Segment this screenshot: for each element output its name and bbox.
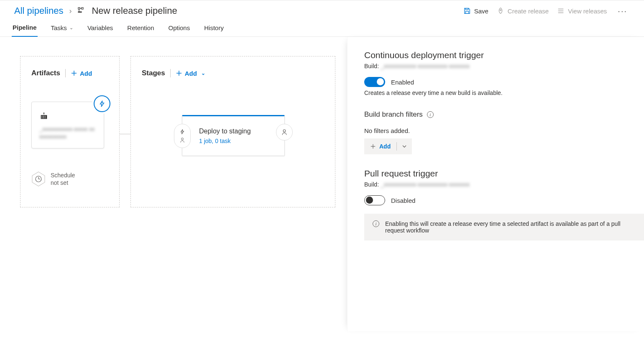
info-icon: i bbox=[373, 220, 379, 227]
svg-rect-1 bbox=[82, 8, 83, 9]
artifacts-box: Artifacts Add bbox=[20, 56, 120, 207]
divider bbox=[65, 69, 66, 77]
branch-filters-heading: Build branch filters i bbox=[364, 110, 644, 119]
svg-rect-19 bbox=[45, 118, 46, 118]
view-releases-button: View releases bbox=[557, 7, 607, 15]
svg-rect-5 bbox=[465, 8, 468, 10]
svg-rect-16 bbox=[45, 116, 46, 117]
chevron-right-icon: › bbox=[69, 7, 72, 15]
add-filter-dropdown[interactable] bbox=[397, 144, 412, 149]
svg-rect-17 bbox=[42, 118, 43, 118]
svg-rect-13 bbox=[41, 115, 47, 119]
cd-enabled-label: Enabled bbox=[391, 79, 414, 86]
pipeline-icon bbox=[77, 7, 86, 15]
cd-trigger-title: Continuous deployment trigger bbox=[364, 50, 644, 60]
pr-notice-text: Enabling this will create a release ever… bbox=[385, 220, 636, 234]
svg-rect-4 bbox=[78, 12, 82, 13]
add-artifact-button[interactable]: Add bbox=[71, 70, 92, 77]
stages-title: Stages bbox=[142, 69, 165, 77]
pre-deployment-conditions-button[interactable] bbox=[174, 124, 191, 148]
add-artifact-label: Add bbox=[80, 70, 92, 77]
pipeline-canvas: Artifacts Add bbox=[0, 37, 347, 331]
add-filter-button[interactable]: Add bbox=[364, 143, 396, 150]
artifact-card[interactable]: _xxxxxxxxxxx-xxxxx xxxxxxxxxxxx bbox=[31, 102, 104, 148]
add-filter-split-button[interactable]: Add bbox=[364, 138, 412, 154]
info-icon[interactable]: i bbox=[427, 111, 434, 118]
pr-enabled-toggle[interactable] bbox=[364, 195, 385, 205]
svg-point-7 bbox=[500, 10, 501, 11]
svg-rect-18 bbox=[43, 118, 44, 118]
tab-pipeline[interactable]: Pipeline bbox=[12, 20, 38, 37]
cd-enabled-toggle[interactable] bbox=[364, 77, 385, 87]
stage-name: Deploy to staging bbox=[199, 128, 251, 135]
add-filter-label: Add bbox=[379, 143, 391, 150]
build-artifact-icon bbox=[39, 111, 96, 120]
svg-rect-14 bbox=[42, 116, 43, 117]
create-release-label: Create release bbox=[508, 8, 549, 15]
svg-point-27 bbox=[283, 130, 286, 132]
svg-rect-15 bbox=[43, 116, 44, 117]
schedule-row[interactable]: Schedule not set bbox=[31, 171, 109, 187]
action-bar: Save Create release View releases ··· bbox=[463, 6, 630, 16]
add-stage-label: Add bbox=[185, 70, 197, 77]
tabs: Pipeline Tasks ⌄ Variables Retention Opt… bbox=[0, 20, 644, 37]
stages-box: Stages Add ⌄ Deploy to staging 1 job, 0 … bbox=[130, 56, 335, 207]
post-deployment-conditions-button[interactable] bbox=[276, 124, 293, 141]
header-bar: All pipelines › New release pipeline Sav… bbox=[0, 0, 644, 20]
svg-rect-6 bbox=[465, 11, 468, 13]
stage-tasks-link[interactable]: 1 job, 0 task bbox=[199, 138, 251, 144]
save-button[interactable]: Save bbox=[463, 7, 488, 15]
chevron-down-icon: ⌄ bbox=[201, 70, 205, 76]
schedule-icon bbox=[31, 171, 46, 187]
tab-variables[interactable]: Variables bbox=[87, 20, 114, 36]
schedule-label: Schedule not set bbox=[51, 171, 75, 187]
tab-tasks[interactable]: Tasks ⌄ bbox=[50, 20, 74, 36]
create-release-button: Create release bbox=[497, 7, 549, 15]
all-pipelines-link[interactable]: All pipelines bbox=[14, 5, 63, 16]
add-stage-button[interactable]: Add ⌄ bbox=[176, 70, 205, 77]
chevron-down-icon: ⌄ bbox=[69, 25, 73, 31]
page-title: New release pipeline bbox=[92, 5, 177, 16]
save-label: Save bbox=[474, 8, 488, 15]
no-filters-text: No filters added. bbox=[364, 127, 644, 134]
artifact-source-name: _xxxxxxxxxxx-xxxxx xxxxxxxxxxxx bbox=[39, 125, 96, 141]
cd-build-source: Build: _xxxxxxxxxxx-xxxxxxxxxx-xxxxxxx bbox=[364, 63, 644, 69]
svg-point-26 bbox=[181, 138, 184, 140]
cd-trigger-button[interactable] bbox=[94, 95, 110, 112]
divider bbox=[170, 69, 171, 77]
stage-card[interactable]: Deploy to staging 1 job, 0 task bbox=[182, 115, 285, 156]
svg-rect-0 bbox=[78, 8, 80, 9]
cd-enabled-description: Creates a release every time a new build… bbox=[364, 89, 644, 96]
trigger-panel: Continuous deployment trigger Build: _xx… bbox=[347, 37, 644, 331]
tab-history[interactable]: History bbox=[203, 20, 225, 36]
artifacts-title: Artifacts bbox=[31, 69, 60, 77]
tab-options[interactable]: Options bbox=[168, 20, 191, 36]
tab-retention[interactable]: Retention bbox=[126, 20, 155, 36]
breadcrumb: All pipelines › New release pipeline bbox=[14, 5, 177, 16]
view-releases-label: View releases bbox=[568, 8, 607, 15]
more-menu-button[interactable]: ··· bbox=[615, 6, 630, 16]
tab-tasks-label: Tasks bbox=[51, 24, 67, 31]
pr-build-source: Build: _xxxxxxxxxxx-xxxxxxxxxx-xxxxxxx bbox=[364, 181, 644, 188]
pr-disabled-label: Disabled bbox=[391, 197, 415, 204]
pr-trigger-title: Pull request trigger bbox=[364, 169, 644, 179]
pr-notice: i Enabling this will create a release ev… bbox=[364, 214, 644, 240]
body: Artifacts Add bbox=[0, 37, 644, 331]
